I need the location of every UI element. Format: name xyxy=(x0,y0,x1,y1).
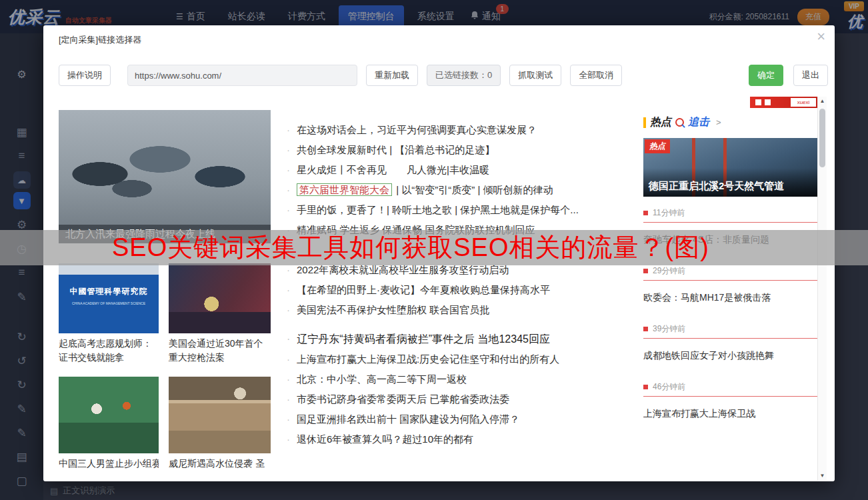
bullet-icon: · xyxy=(287,353,290,365)
thumbnail-institute[interactable]: 中國管理科學研究院 CHINA ACADEMY OF MANAGEMENT SC… xyxy=(59,263,159,333)
headline-link[interactable]: ·美国宪法不再保护女性堕胎权 联合国官员批 xyxy=(287,300,647,320)
sohu-page: xuexi 北方入汛来最强降雨过程今夜上线 ·在这场对话会上，习近平为何强调要真… xyxy=(59,97,817,481)
hot-news-item[interactable]: 39分钟前 成都地铁回应女子对小孩跳艳舞 xyxy=(643,318,817,376)
headline-text: | 以“智变”引“质变” | 倾听创新的律动 xyxy=(393,184,553,195)
scroll-down-icon[interactable]: ▼ xyxy=(818,471,827,481)
headline-link[interactable]: ·辽宁丹东“持黄码者看病被拦”事件之后 当地12345回应 xyxy=(287,329,647,349)
divider xyxy=(643,396,817,397)
bullet-icon: · xyxy=(287,304,290,315)
hot-header-suffix: 追击 xyxy=(688,115,709,129)
bullet-icon: · xyxy=(287,333,290,345)
headline-link[interactable]: ·第六届世界智能大会 | 以“智变”引“质变” | 倾听创新的律动 xyxy=(287,180,647,200)
close-icon[interactable]: × xyxy=(817,29,825,44)
hot-image-caption: 德国正重启北溪2号天然气管道 xyxy=(643,168,817,197)
watermark-overlay: SEO关键词采集工具如何获取SEO相关的流量？(图) xyxy=(0,230,868,265)
headline-text: 退休近6年被查算久吗？超过10年的都有 xyxy=(297,433,473,445)
thumbnail-caption[interactable]: 美国会通过近30年首个重大控枪法案 xyxy=(169,337,271,365)
hot-news-image[interactable]: 热点 德国正重启北溪2号天然气管道 xyxy=(643,138,817,197)
modal-title: [定向采集]链接选择器 xyxy=(59,34,141,46)
chevron-right-icon[interactable]: > xyxy=(716,117,721,127)
headline-link[interactable]: ·上海宣布打赢大上海保卫战:历史会记住坚守和付出的所有人 xyxy=(287,349,647,369)
divider xyxy=(643,280,817,281)
headline-text: 在这场对话会上，习近平为何强调要真心实意谋发展？ xyxy=(297,124,537,135)
bullet-icon: · xyxy=(287,433,290,445)
help-button[interactable]: 操作说明 xyxy=(59,65,111,86)
main-photo[interactable]: 北方入汛来最强降雨过程今夜上线 xyxy=(59,110,271,243)
bullet-icon: · xyxy=(287,124,290,135)
hot-news-title[interactable]: 上海宣布打赢大上海保卫战 xyxy=(643,408,817,420)
highlighted-link[interactable]: 第六届世界智能大会 xyxy=(297,183,392,196)
headline-link[interactable]: ·共创全球发展新时代 | 【沿着总书记的足迹】 xyxy=(287,140,647,160)
timestamp-text: 29分钟前 xyxy=(653,265,685,277)
square-bullet-icon xyxy=(643,385,648,389)
headline-link[interactable]: ·退休近6年被查算久吗？超过10年的都有 xyxy=(287,429,647,449)
headline-link[interactable]: ·北京：中小学、高一高二等下周一返校 xyxy=(287,369,647,389)
bullet-icon: · xyxy=(287,373,290,385)
timestamp: 39分钟前 xyxy=(643,323,817,334)
headline-link[interactable]: ·手里的饭，更香了！| 聆听土地之歌 | 保护黑土地就是保护每个... xyxy=(287,200,647,220)
timestamp-text: 39分钟前 xyxy=(653,323,685,335)
promo-banner[interactable]: xuexi xyxy=(750,97,817,108)
headline-text: 市委书记跻身省委常委两天后 已掌舵省委政法委 xyxy=(297,393,509,405)
thumbnail-basketball[interactable] xyxy=(59,377,159,453)
thumbnail-caption[interactable]: 起底高考志愿规划师：证书交钱就能拿 xyxy=(59,337,159,365)
watermark-text: SEO关键词采集工具如何获取SEO相关的流量？(图) xyxy=(0,230,868,265)
thumbnail-caption[interactable]: 中国三人男篮止步小组赛 xyxy=(59,457,159,471)
headline-link[interactable]: ·国足亚洲排名跌出前十 国家队建设为何陷入停滞？ xyxy=(287,409,647,429)
bullet-icon: · xyxy=(287,204,290,215)
reload-button[interactable]: 重新加载 xyxy=(366,65,418,86)
exit-button[interactable]: 退出 xyxy=(793,65,828,86)
accent-bar xyxy=(643,117,646,128)
square-bullet-icon xyxy=(643,211,648,215)
hot-news-item[interactable]: 29分钟前 欧委会：马航MH17是被俄击落 xyxy=(643,260,817,318)
cancel-all-button[interactable]: 全部取消 xyxy=(570,65,622,86)
bullet-icon: · xyxy=(287,393,290,405)
confirm-button[interactable]: 确定 xyxy=(749,65,783,86)
headline-text: 手里的饭，更香了！| 聆听土地之歌 | 保护黑土地就是保护每个... xyxy=(297,204,579,215)
thumbnail-podium[interactable] xyxy=(169,263,271,333)
modal-header: [定向采集]链接选择器 × xyxy=(43,25,835,52)
headline-link[interactable]: ·市委书记跻身省委常委两天后 已掌舵省委政法委 xyxy=(287,389,647,409)
timestamp: 11分钟前 xyxy=(643,207,817,218)
fetch-test-button[interactable]: 抓取测试 xyxy=(509,65,561,86)
headline-text: 上海宣布打赢大上海保卫战:历史会记住坚守和付出的所有人 xyxy=(297,353,559,365)
scroll-up-icon[interactable]: ▲ xyxy=(818,97,827,106)
institute-sign: 中國管理科學研究院 CHINA ACADEMY OF MANAGEMENT SC… xyxy=(59,286,159,305)
banner-label: xuexi xyxy=(791,98,816,107)
headline-list: ·在这场对话会上，习近平为何强调要真心实意谋发展？ ·共创全球发展新时代 | 【… xyxy=(287,120,647,449)
bullet-icon: · xyxy=(287,284,290,295)
bullet-icon: · xyxy=(287,164,290,175)
timestamp-text: 46分钟前 xyxy=(653,381,685,393)
hot-news-item[interactable]: 46分钟前 上海宣布打赢大上海保卫战 xyxy=(643,376,817,434)
modal-toolbar: 操作说明 重新加载 已选链接数：0 抓取测试 全部取消 确定 退出 xyxy=(43,65,835,86)
headline-text: 2022年离校未就业高校毕业生服务攻坚行动启动 xyxy=(297,264,509,275)
hot-news-title[interactable]: 成都地铁回应女子对小孩跳艳舞 xyxy=(643,350,817,362)
thumbnail-caption[interactable]: 威尼斯遇高水位侵袭 圣 xyxy=(169,457,271,471)
url-input[interactable] xyxy=(127,65,357,86)
divider xyxy=(643,222,817,223)
hot-badge: 热点 xyxy=(645,139,670,153)
headline-text: 共创全球发展新时代 | 【沿着总书记的足迹】 xyxy=(297,144,495,155)
headline-link[interactable]: ·在这场对话会上，习近平为何强调要真心实意谋发展？ xyxy=(287,120,647,140)
scrollbar[interactable]: ▲ ▼ xyxy=(817,97,827,481)
magnifier-icon xyxy=(675,118,684,127)
bullet-icon: · xyxy=(287,184,290,195)
hot-news-title[interactable]: 欧委会：马航MH17是被俄击落 xyxy=(643,292,817,304)
headline-text: 北京：中小学、高一高二等下周一返校 xyxy=(297,373,467,385)
headline-text: 国足亚洲排名跌出前十 国家队建设为何陷入停滞？ xyxy=(297,413,519,425)
bullet-icon: · xyxy=(287,264,290,275)
timestamp-text: 11分钟前 xyxy=(653,207,685,219)
divider xyxy=(643,338,817,339)
hot-news-header[interactable]: 热点 追击 > xyxy=(643,115,721,129)
timestamp: 46分钟前 xyxy=(643,381,817,392)
square-bullet-icon xyxy=(643,269,648,273)
scrollbar-thumb[interactable] xyxy=(819,109,825,167)
headline-link[interactable]: ·【在希望的田野上·麦收记】今年夏粮收购总量保持高水平 xyxy=(287,280,647,300)
headline-text: 美国宪法不再保护女性堕胎权 联合国官员批 xyxy=(297,304,489,315)
bullet-icon: · xyxy=(287,144,290,155)
app-root: 优采云 自动文章采集器 ☰首页 站长必读 计费方式 管理控制台 系统设置 通知 … xyxy=(0,0,868,500)
headline-text: 【在希望的田野上·麦收记】今年夏粮收购总量保持高水平 xyxy=(297,284,550,295)
headline-text: 星火成炬丨不舍再见 凡人微光|丰收温暖 xyxy=(297,164,489,175)
headline-link[interactable]: ·星火成炬丨不舍再见 凡人微光|丰收温暖 xyxy=(287,160,647,180)
thumbnail-venice[interactable] xyxy=(169,377,271,453)
